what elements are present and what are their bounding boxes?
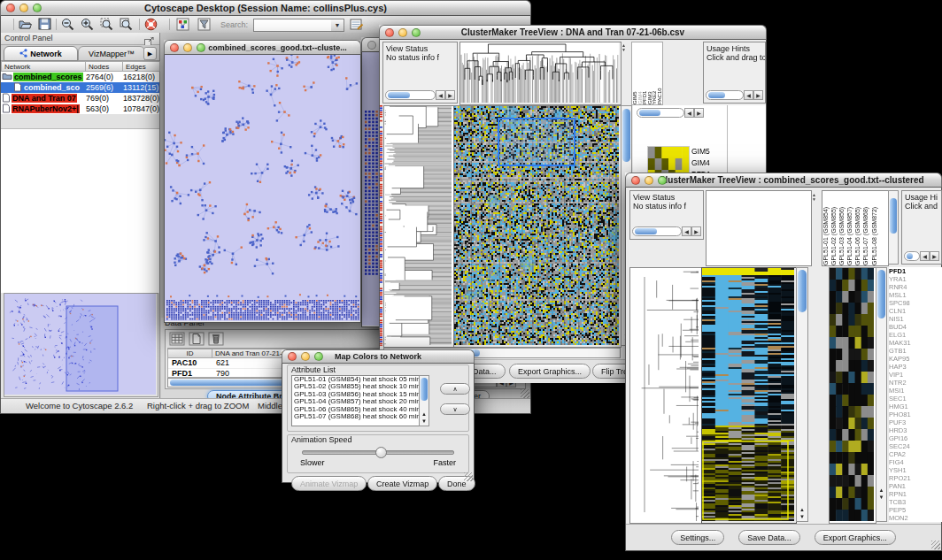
tv2-gene-label[interactable]: YSH1: [889, 466, 942, 474]
tv2-button[interactable]: Export Graphics...: [815, 530, 896, 545]
tv1-gene-label[interactable]: GIM4: [691, 157, 727, 169]
tv2-gene-label[interactable]: MSI1: [889, 387, 942, 395]
tv2-gene-label[interactable]: MSL1: [889, 291, 942, 299]
tv2-gene-label[interactable]: BUD4: [889, 323, 942, 331]
tv2-gene-label[interactable]: KAP95: [889, 355, 942, 363]
tv2-gene-label[interactable]: RPN1: [889, 490, 942, 498]
tv1-column-dendrogram[interactable]: [460, 42, 619, 103]
attribute-list-item[interactable]: GPL51-02 (GSM855) heat shock 10 min: [292, 383, 420, 390]
treeview2-titlebar[interactable]: ClusterMaker TreeView : combined_scores_…: [625, 173, 942, 188]
tv1-row-dendrogram[interactable]: [384, 106, 452, 345]
minimize-button[interactable]: [183, 43, 192, 52]
network-overview-panel[interactable]: [4, 293, 158, 397]
tv2-gene-label[interactable]: MON2: [889, 514, 942, 522]
network-tree-empty-area[interactable]: [1, 128, 159, 293]
tv2-gene-label[interactable]: HAP3: [889, 363, 942, 371]
tv2-button[interactable]: Save Data...: [738, 530, 800, 545]
tv2-gene-label[interactable]: RPO21: [889, 474, 942, 482]
tv2-gene-label[interactable]: PAN1: [889, 482, 942, 490]
tv2-heatmap[interactable]: [702, 268, 794, 521]
tv2-button[interactable]: Settings...: [671, 530, 724, 545]
minimize-button[interactable]: [645, 176, 653, 185]
minimize-button[interactable]: [398, 28, 407, 37]
tv2-zoom-vscroll[interactable]: ▲▼: [876, 267, 887, 522]
open-file-icon[interactable]: [19, 18, 32, 34]
network-row[interactable]: combined_sco2569(6)13112(15): [1, 82, 159, 93]
tv2-gene-label[interactable]: PFD1: [889, 267, 942, 275]
tv2-gene-label[interactable]: MAK31: [889, 339, 942, 347]
close-button[interactable]: [631, 176, 640, 185]
tv2-column-dendrogram-area[interactable]: [706, 190, 812, 266]
attribute-list-item[interactable]: GPL51-06 (GSM865) heat shock 40 min: [292, 406, 420, 413]
tv2-gene-label[interactable]: VIP1: [889, 371, 942, 379]
move-up-button[interactable]: ∧: [440, 383, 470, 395]
zoom-button[interactable]: [314, 352, 323, 361]
tv2-gene-label[interactable]: NTR2: [889, 379, 942, 387]
attribute-list-scroll[interactable]: ▲▼: [419, 375, 429, 426]
tv2-gene-label[interactable]: TCB3: [889, 498, 942, 506]
tv2-gene-label[interactable]: PHO81: [889, 410, 942, 418]
tv1-zoom-scrollwidget[interactable]: ◀▶: [637, 107, 704, 119]
attribute-list-item[interactable]: GPL51-04 (GSM857) heat shock 20 min: [292, 398, 420, 405]
dialog-titlebar[interactable]: Map Colors to Network: [282, 349, 475, 364]
network-row[interactable]: DNA and Tran 07769(0)183728(0): [1, 93, 159, 104]
search-input[interactable]: [253, 19, 333, 32]
network-row[interactable]: RNAPuberNov2+|563(0)107847(0): [1, 104, 159, 114]
minimize-button[interactable]: [19, 4, 28, 12]
attribute-list-item[interactable]: GPL51-07 (GSM868) heat shock 60 min: [292, 413, 420, 420]
tv2-gene-label[interactable]: PUF3: [889, 418, 942, 426]
main-titlebar[interactable]: Cytoscape Desktop (Session Name: collins…: [0, 0, 531, 16]
zoom-button[interactable]: [412, 28, 421, 37]
search-dropdown-button[interactable]: ▼: [331, 19, 344, 32]
tv2-row-dendrogram[interactable]: [630, 268, 699, 521]
tv2-gene-label[interactable]: NIS1: [889, 315, 942, 323]
close-button[interactable]: [288, 352, 297, 361]
tv2-status-scrollwidget[interactable]: ◀▶: [632, 226, 701, 237]
tv2-gene-label[interactable]: YRA1: [889, 275, 942, 283]
delete-attribute-trash-icon[interactable]: [208, 332, 224, 349]
tv2-gene-label[interactable]: SPC98: [889, 299, 942, 307]
tv2-gene-label[interactable]: RNR4: [889, 283, 942, 291]
tv2-gene-label[interactable]: CLN1: [889, 307, 942, 315]
tv1-mini-arrows[interactable]: ▲▼: [622, 43, 626, 52]
tv1-status-scrollwidget[interactable]: ◀▶: [385, 89, 455, 101]
network-view-canvas[interactable]: [165, 55, 360, 321]
tv2-gene-label[interactable]: ELG1: [889, 331, 942, 339]
tab-network[interactable]: Network: [4, 46, 78, 61]
tv2-hints-scrollwidget[interactable]: ◀▶: [904, 250, 939, 262]
tv2-mini-arrows[interactable]: ▲▼: [812, 193, 816, 202]
tv2-vscroll[interactable]: ▲▼: [796, 267, 808, 522]
network-row[interactable]: combined_scores2764(0)16218(0): [1, 72, 159, 82]
slider-thumb[interactable]: [375, 447, 387, 458]
attribute-list[interactable]: GPL51-01 (GSM854) heat shock 05 minGPL51…: [291, 375, 421, 426]
save-icon[interactable]: [38, 18, 51, 34]
move-down-button[interactable]: ∨: [440, 403, 470, 415]
column-header-edges[interactable]: Edges: [123, 61, 160, 72]
tv1-heatmap[interactable]: [454, 106, 619, 345]
tv2-gene-label[interactable]: SEC1: [889, 395, 942, 403]
tab-overflow-button[interactable]: ▶: [143, 47, 157, 60]
tab-vizmapper[interactable]: VizMapper™: [78, 46, 145, 61]
tv1-hints-scrollwidget[interactable]: ◀▶: [706, 89, 763, 101]
column-header-nodes[interactable]: Nodes: [86, 61, 123, 72]
animate-vizmap-button[interactable]: Animate Vizmap: [291, 476, 367, 491]
close-button[interactable]: [6, 4, 15, 12]
overview-canvas[interactable]: [4, 294, 156, 395]
zoom-button[interactable]: [197, 43, 205, 52]
tv2-collabel-scroll[interactable]: [888, 190, 899, 265]
tv2-gene-label[interactable]: GPI16: [889, 434, 942, 442]
tv2-resize-grip[interactable]: [931, 541, 940, 549]
close-button[interactable]: [385, 28, 394, 37]
create-vizmap-button[interactable]: Create Vizmap: [367, 476, 437, 491]
attribute-table-icon[interactable]: [169, 332, 185, 349]
zoom-button[interactable]: [33, 4, 42, 12]
tv2-zoom-heatmap[interactable]: [830, 268, 874, 521]
attribute-list-item[interactable]: GPL51-01 (GSM854) heat shock 05 min: [292, 376, 420, 383]
tv1-button[interactable]: Export Graphics...: [509, 364, 591, 379]
attribute-list-item[interactable]: GPL51-03 (GSM856) heat shock 15 min: [292, 391, 420, 398]
minimize-button[interactable]: [301, 352, 310, 361]
tv2-gene-label[interactable]: CPA2: [889, 450, 942, 458]
animation-speed-slider[interactable]: [302, 450, 454, 455]
network-window-titlebar[interactable]: combined_scores_good.txt--cluste...: [164, 40, 361, 55]
close-button[interactable]: [367, 41, 376, 50]
